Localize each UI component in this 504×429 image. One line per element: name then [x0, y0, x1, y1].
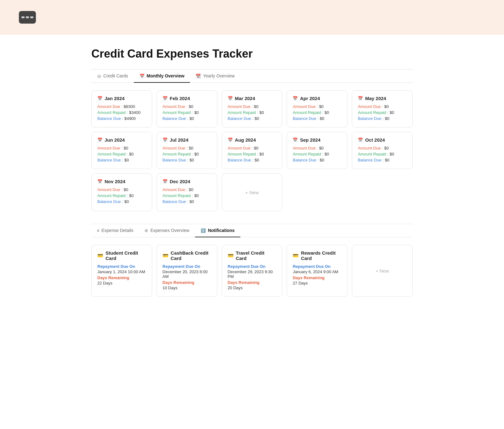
page-title: Credit Card Expenses Tracker	[91, 47, 413, 60]
calendar-icon: 📅	[163, 138, 168, 142]
repayment-due-value: December 20, 2023 8:00 AM	[163, 269, 208, 279]
days-remaining-label: Days Remaining	[163, 280, 211, 285]
amount-due-row: Amount Due : $0	[293, 146, 341, 150]
balance-due-value: $0	[320, 116, 324, 121]
repayment-due-row: Repayment Due On December 20, 2023 8:00 …	[163, 264, 211, 279]
month-card-title: 📅 Oct 2024	[358, 137, 407, 143]
balance-due-row: Balance Due : $0	[163, 116, 211, 121]
balance-due-value: $0	[255, 158, 259, 162]
amount-due-label: Amount Due :	[97, 146, 123, 150]
amount-due-row: Amount Due : $8300	[97, 104, 146, 109]
balance-due-row: Balance Due : $0	[228, 116, 277, 121]
amount-due-value: $0	[189, 187, 193, 192]
month-name: Jul 2024	[170, 137, 188, 143]
month-card-title: 📅 Jun 2024	[97, 137, 146, 143]
month-name: May 2024	[365, 96, 386, 101]
amount-repaid-value: $0	[194, 110, 199, 115]
amount-repaid-label: Amount Repaid :	[293, 152, 323, 156]
tab-credit-cards[interactable]: 🗂 Credit Cards	[91, 70, 134, 83]
amount-repaid-value: $0	[129, 193, 134, 198]
amount-repaid-value: $0	[259, 110, 264, 115]
month-name: Jan 2024	[105, 96, 124, 101]
amount-repaid-value: $0	[259, 152, 264, 156]
expense-details-icon: #	[97, 228, 99, 233]
amount-repaid-label: Amount Repaid :	[228, 152, 258, 156]
balance-due-label: Balance Due :	[228, 116, 254, 121]
balance-due-row: Balance Due : $0	[163, 199, 211, 204]
repayment-due-row: Repayment Due On December 29, 2023 9:30 …	[228, 264, 277, 279]
days-remaining-value: 10 Days	[163, 285, 178, 290]
main-content: Credit Card Expenses Tracker 🗂 Credit Ca…	[72, 35, 432, 316]
amount-repaid-value: $0	[194, 152, 199, 156]
amount-due-label: Amount Due :	[358, 146, 383, 150]
amount-due-value: $0	[384, 104, 389, 109]
month-card-title: 📅 May 2024	[358, 96, 407, 101]
amount-repaid-label: Amount Repaid :	[97, 110, 128, 115]
days-remaining-label: Days Remaining	[97, 275, 146, 280]
amount-repaid-row: Amount Repaid : $0	[163, 193, 211, 198]
notif-card-title: 💳 CashBack Credit Card	[163, 250, 211, 261]
month-name: Mar 2024	[235, 96, 255, 101]
amount-repaid-value: $0	[194, 193, 199, 198]
month-card-Mar-2024: 📅 Mar 2024 Amount Due : $0 Amount Repaid…	[222, 90, 283, 127]
credit-card-icon: 💳	[97, 253, 103, 258]
days-remaining-row: Days Remaining 27 Days	[293, 275, 341, 285]
calendar-icon: 📅	[358, 138, 363, 142]
amount-due-row: Amount Due : $0	[97, 187, 146, 192]
calendar-icon: 📅	[97, 138, 102, 142]
calendar-icon: 📅	[228, 96, 233, 101]
amount-due-value: $0	[254, 104, 258, 109]
new-month-button[interactable]: + New	[222, 173, 283, 211]
amount-due-value: $0	[319, 146, 324, 150]
calendar-icon: 📅	[97, 96, 102, 101]
tab-expense-details[interactable]: # Expense Details	[91, 224, 139, 237]
repayment-due-row: Repayment Due On January 6, 2024 9:00 AM	[293, 264, 341, 274]
balance-due-label: Balance Due :	[293, 116, 318, 121]
amount-due-label: Amount Due :	[293, 104, 318, 109]
notif-card-name: Travel Credit Card	[236, 250, 277, 261]
month-name: Nov 2024	[105, 179, 125, 184]
tab-yearly-overview[interactable]: 📆 Yearly Overview	[190, 70, 240, 83]
balance-due-value: $0	[189, 158, 194, 162]
month-card-Apr-2024: 📅 Apr 2024 Amount Due : $0 Amount Repaid…	[287, 90, 347, 127]
month-card-Aug-2024: 📅 Aug 2024 Amount Due : $0 Amount Repaid…	[222, 132, 283, 169]
tab-notifications[interactable]: ℹ️ Notifications	[195, 224, 240, 237]
amount-due-value: $0	[254, 146, 258, 150]
amount-repaid-label: Amount Repaid :	[163, 193, 193, 198]
credit-card-icon: 💳	[228, 253, 234, 258]
balance-due-label: Balance Due :	[293, 158, 318, 162]
repayment-due-label: Repayment Due On	[293, 264, 341, 269]
balance-due-value: $0	[385, 116, 389, 121]
month-card-Oct-2024: 📅 Oct 2024 Amount Due : $0 Amount Repaid…	[352, 132, 413, 169]
month-card-title: 📅 Aug 2024	[228, 137, 277, 143]
balance-due-label: Balance Due :	[163, 116, 188, 121]
amount-repaid-row: Amount Repaid : $0	[228, 152, 277, 156]
amount-due-row: Amount Due : $0	[97, 146, 146, 150]
balance-due-value: $0	[385, 158, 389, 162]
balance-due-label: Balance Due :	[358, 158, 384, 162]
amount-repaid-row: Amount Repaid : $3400	[97, 110, 146, 115]
amount-due-value: $0	[189, 104, 193, 109]
balance-due-label: Balance Due :	[97, 199, 123, 204]
month-card-Jan-2024: 📅 Jan 2024 Amount Due : $8300 Amount Rep…	[91, 90, 152, 127]
days-remaining-value: 22 Days	[97, 281, 112, 285]
bottom-tabs: # Expense Details ⊘ Expenses Overview ℹ️…	[91, 224, 413, 237]
calendar-icon: 📅	[163, 96, 168, 101]
repayment-due-label: Repayment Due On	[97, 264, 146, 269]
amount-due-label: Amount Due :	[228, 146, 253, 150]
tab-expenses-overview[interactable]: ⊘ Expenses Overview	[139, 224, 195, 237]
amount-repaid-row: Amount Repaid : $0	[293, 152, 341, 156]
amount-repaid-row: Amount Repaid : $0	[358, 152, 407, 156]
amount-due-label: Amount Due :	[293, 146, 318, 150]
days-remaining-row: Days Remaining 10 Days	[163, 280, 211, 290]
amount-repaid-label: Amount Repaid :	[163, 110, 193, 115]
balance-due-row: Balance Due : $0	[97, 158, 146, 162]
notif-card-name: Rewards Credit Card	[301, 250, 341, 261]
notif-card-name: CashBack Credit Card	[171, 250, 211, 261]
notif-card-rewards-credit-card: 💳 Rewards Credit Card Repayment Due On J…	[287, 245, 347, 297]
month-card-title: 📅 Mar 2024	[228, 96, 277, 101]
tab-monthly-overview[interactable]: 📅 Monthly Overview	[134, 70, 190, 83]
month-card-title: 📅 Sep 2024	[293, 137, 341, 143]
notifications-grid: 💳 Student Credit Card Repayment Due On J…	[91, 245, 413, 297]
new-notification-button[interactable]: + New	[352, 245, 413, 297]
